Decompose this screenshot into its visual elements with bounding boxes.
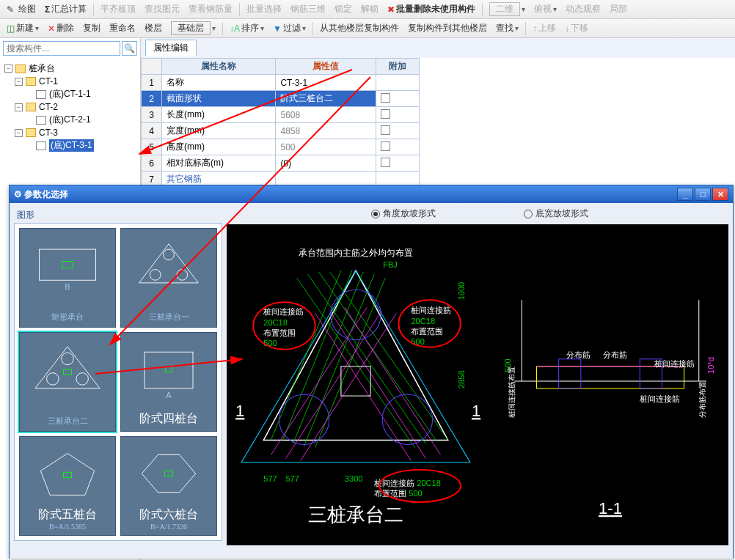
svg-text:桩间连接筋: 桩间连接筋	[263, 307, 304, 316]
svg-rect-12	[145, 352, 193, 388]
tree-expander[interactable]: −	[15, 129, 23, 137]
search-button[interactable]: 🔍	[122, 41, 137, 56]
tree-root[interactable]: 桩承台	[29, 62, 55, 75]
btn-sort[interactable]: ↓A排序▾	[227, 21, 266, 35]
tree-ct3[interactable]: CT-3	[39, 128, 58, 138]
btn-up[interactable]: ↑上移	[530, 21, 558, 35]
btn-new[interactable]: ◫新建▾	[4, 21, 41, 35]
tree-expander[interactable]: −	[15, 78, 23, 86]
close-button[interactable]: ✕	[712, 188, 728, 201]
shape-step4[interactable]: A 阶式四桩台	[120, 332, 217, 432]
svg-marker-19	[263, 270, 447, 440]
svg-text:桩间连接筋布置: 桩间连接筋布置	[508, 366, 516, 419]
tree-ct3-1[interactable]: (底)CT-3-1	[49, 139, 94, 152]
cell-length[interactable]: 5608	[276, 107, 376, 123]
btn-filter[interactable]: ▼过滤▾	[271, 21, 308, 35]
maximize-button[interactable]: □	[695, 188, 711, 201]
btn-copyto[interactable]: 复制构件到其他楼层	[406, 21, 489, 35]
btn-lock[interactable]: 锁定	[332, 2, 354, 16]
dialog-titlebar[interactable]: ⚙ 参数化选择 _ □ ✕	[10, 185, 733, 203]
tree-expander[interactable]: −	[4, 65, 12, 73]
shape-rect[interactable]: B 矩形承台	[19, 228, 116, 328]
checkbox[interactable]	[381, 158, 390, 167]
tree-ct2-1[interactable]: (底)CT-2-1	[49, 114, 91, 126]
checkbox[interactable]	[381, 109, 390, 119]
svg-point-6	[177, 270, 188, 281]
btn-viewrebar[interactable]: 查看钢筋量	[186, 2, 235, 16]
groupbox-label: 图形	[14, 207, 222, 223]
svg-marker-17	[142, 454, 195, 492]
svg-text:577: 577	[263, 474, 277, 483]
btn-rebar3d[interactable]: 钢筋三维	[288, 2, 328, 16]
svg-rect-16	[64, 472, 72, 477]
shape-step6[interactable]: 阶式六桩台 B=A/1.7326	[120, 436, 217, 536]
checkbox[interactable]	[381, 93, 390, 103]
svg-text:FBJ: FBJ	[383, 260, 398, 269]
minimize-button[interactable]: _	[677, 188, 693, 201]
shape-step5[interactable]: 阶式五桩台 B=A/1.5385	[19, 436, 116, 536]
svg-point-4	[164, 249, 175, 260]
cell-width[interactable]: 4858	[276, 123, 376, 139]
tree-ct1[interactable]: CT-1	[39, 76, 58, 86]
radio-width[interactable]: 底宽放坡形式	[524, 207, 588, 220]
svg-text:20C18: 20C18	[411, 317, 435, 325]
svg-point-10	[76, 373, 89, 386]
tree-ct2[interactable]: CT-2	[39, 102, 58, 112]
tree-expander[interactable]: −	[15, 103, 23, 111]
radio-angle[interactable]: 角度放坡形式	[371, 207, 436, 220]
svg-line-31	[285, 311, 381, 458]
view-mode-select[interactable]: 二维▾	[487, 1, 527, 17]
btn-batchsel[interactable]: 批量选择	[244, 2, 284, 16]
btn-rename[interactable]: 重命名	[107, 21, 138, 35]
shape-tri1[interactable]: 三桩承台一	[120, 228, 217, 328]
btn-sumcalc[interactable]: Σ汇总计算	[43, 2, 89, 16]
btn-batchdel[interactable]: ✖批量删除未使用构件	[385, 2, 478, 16]
svg-text:布置范围: 布置范围	[263, 328, 296, 337]
btn-find2[interactable]: 查找▾	[494, 21, 521, 35]
dialog-icon: ⚙	[14, 189, 22, 199]
checkbox[interactable]	[381, 141, 390, 151]
component-tree[interactable]: −桩承台 −CT-1 (底)CT-1-1 −CT-2 (底)CT-2-1 −CT…	[0, 59, 140, 155]
cell-name[interactable]: CT-3-1	[276, 75, 376, 91]
svg-text:分布筋: 分布筋	[566, 350, 590, 359]
shape-tri2-selected[interactable]: 三桩承台二	[19, 332, 116, 432]
btn-copy[interactable]: 复制	[81, 21, 103, 35]
layer-select[interactable]: 基础层▾	[169, 21, 218, 36]
toolbar-second: ◫新建▾ ✕删除 复制 重命名 楼层 基础层▾ ↓A排序▾ ▼过滤▾ 从其他楼层…	[0, 19, 735, 38]
btn-copyfrom[interactable]: 从其他楼层复制构件	[318, 21, 401, 35]
tab-property-edit[interactable]: 属性编辑	[145, 40, 197, 56]
btn-partial[interactable]: 局部	[607, 2, 629, 16]
parametric-select-dialog: ⚙ 参数化选择 _ □ ✕ 图形 B 矩形承台	[9, 185, 734, 559]
svg-text:20C18: 20C18	[263, 318, 288, 327]
search-input[interactable]	[3, 41, 120, 56]
checkbox[interactable]	[381, 125, 390, 135]
cell-height[interactable]: 500	[276, 139, 376, 155]
btn-align[interactable]: 平齐板顶	[98, 2, 138, 16]
btn-dynview[interactable]: 动态观察	[563, 2, 603, 16]
tree-ct1-1[interactable]: (底)CT-1-1	[49, 88, 91, 100]
btn-birdeye[interactable]: 俯视▾	[532, 2, 559, 16]
svg-text:1: 1	[472, 402, 480, 420]
btn-unlock[interactable]: 解锁	[359, 2, 381, 16]
btn-find[interactable]: 查找图元	[142, 2, 182, 16]
btn-draw[interactable]: ✎绘图	[4, 2, 38, 16]
cell-shape[interactable]: 阶式三桩台二	[276, 91, 376, 107]
svg-text:3300: 3300	[345, 474, 363, 483]
radio-row: 角度放坡形式 底宽放坡形式	[227, 203, 733, 224]
svg-point-8	[62, 353, 74, 365]
property-table: 属性名称 属性值 附加 1名称CT-3-1 2截面形状阶式三桩台二 3长度(mm…	[141, 58, 420, 204]
svg-text:桩间连接筋: 桩间连接筋	[639, 394, 680, 403]
floor-label: 楼层	[142, 21, 164, 35]
svg-text:577: 577	[285, 474, 299, 483]
shape-grid: B 矩形承台 三桩承台一	[14, 223, 222, 541]
svg-text:桩间连接筋: 桩间连接筋	[410, 306, 451, 314]
btn-down[interactable]: ↓下移	[563, 21, 590, 35]
svg-point-5	[150, 270, 161, 281]
svg-point-36	[331, 290, 381, 339]
btn-del[interactable]: ✕删除	[45, 21, 76, 35]
preview-canvas[interactable]: 承台范围内主筋之外均匀布置 FBJ 桩间连接筋 20C18 布置范围 500 桩…	[227, 224, 728, 545]
svg-text:10*d: 10*d	[706, 357, 715, 374]
property-tabbar: 属性编辑	[141, 38, 735, 58]
cell-elev[interactable]: (0)	[276, 155, 376, 172]
svg-text:1: 1	[235, 402, 244, 420]
